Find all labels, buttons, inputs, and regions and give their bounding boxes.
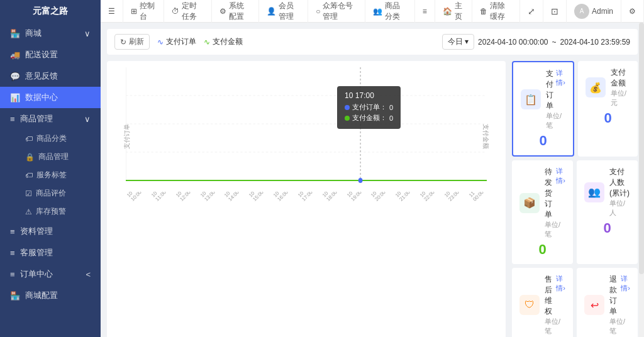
- x-label-0: 10 10:00: [126, 192, 147, 202]
- nav-warehouse[interactable]: ○ 众筹仓号管理: [308, 0, 365, 23]
- sidebar-item-order-center[interactable]: ≡ 订单中心 <: [0, 263, 101, 285]
- stats-row-2: 📦 待发货订单 详情› 单位/笔 0: [512, 160, 638, 264]
- dashboard-icon: ⊞: [131, 7, 137, 16]
- sidebar-item-data-center[interactable]: 📊 数据中心: [0, 87, 101, 108]
- nav-fullscreen[interactable]: ⤢: [520, 0, 543, 23]
- nav-dashboard[interactable]: ⊞ 控制台: [123, 0, 164, 23]
- after-sale-title: 售后维权: [545, 274, 556, 317]
- pending-delivery-detail-link[interactable]: 详情›: [556, 167, 565, 220]
- sidebar-resource-label: 资料管理: [20, 226, 53, 237]
- nav-category[interactable]: 👥 商品分类: [365, 0, 414, 23]
- sidebar-product-category-label: 商品分类: [36, 133, 67, 144]
- sidebar-item-stock-warning[interactable]: ⚠ 库存预警: [20, 202, 101, 221]
- paid-orders-value: 0: [521, 133, 565, 149]
- paid-amount-title: 支付金额: [611, 68, 626, 87]
- nav-grid[interactable]: ≡: [415, 0, 435, 23]
- nav-schedule-label: 定时任务: [182, 1, 204, 22]
- review-icon: ☑: [25, 189, 32, 198]
- x-label-1: 10 11:00: [150, 192, 172, 202]
- stat-card-paid-orders: 📋 支付订单 详情› 单位/笔 0: [512, 61, 574, 157]
- x-label-6: 10 16:00: [272, 192, 294, 202]
- content-area: ↻ 刷新 ∿ 支付订单 ∿ 支付金额 今日 ▾ 2024-04-10 00:00…: [101, 23, 644, 337]
- paid-users-title: 支付人数(累计): [609, 167, 630, 197]
- refresh-icon: ↻: [120, 38, 126, 47]
- paid-users-unit: 单位/人: [609, 199, 630, 218]
- tooltip-time: 10 17:00: [345, 91, 393, 100]
- sidebar-item-product-manage[interactable]: ≡ 商品管理 ∨: [0, 108, 101, 130]
- top-nav-menu: ☰ ⊞ 控制台 ⏱ 定时任务 ⚙ 系统配置 👤 会员管理 ○ 众筹仓号管理 👥 …: [101, 0, 644, 23]
- top-navbar: 元富之路 ☰ ⊞ 控制台 ⏱ 定时任务 ⚙ 系统配置 👤 会员管理 ○ 众筹仓号…: [0, 0, 644, 23]
- refund-unit: 单位/笔: [609, 317, 630, 336]
- x-label-9: 10 19:00: [346, 192, 367, 202]
- stat-title-area-paid-amount: 支付金额 单位/元: [611, 67, 630, 108]
- paid-amount-value: 0: [586, 110, 630, 126]
- paid-amount-icon: 💰: [586, 77, 606, 97]
- admin-label: Admin: [592, 7, 613, 16]
- stat-title-area-paid-users: 支付人数(累计) 单位/人: [609, 167, 630, 218]
- paid-orders-detail-link[interactable]: 详情›: [556, 69, 565, 111]
- nav-sysconfig[interactable]: ⚙ 系统配置: [212, 0, 259, 23]
- today-button[interactable]: 今日 ▾: [442, 34, 474, 50]
- stat-card-pending-delivery: 📦 待发货订单 详情› 单位/笔 0: [512, 160, 573, 264]
- chart-tooltip: 10 17:00 支付订单： 0 支付金额： 0: [337, 86, 401, 129]
- nav-schedule[interactable]: ⏱ 定时任务: [164, 0, 212, 23]
- sidebar-item-product-category[interactable]: 🏷 商品分类: [20, 130, 101, 148]
- sidebar-stock-warning-label: 库存预警: [36, 206, 66, 217]
- nav-members[interactable]: 👤 会员管理: [259, 0, 308, 23]
- nav-home-label: 主页: [455, 1, 464, 22]
- nav-home[interactable]: 🏠 主页: [435, 0, 472, 23]
- pending-delivery-icon: 📦: [519, 193, 540, 213]
- chart-container: 支付订单 支付金额: [107, 61, 506, 337]
- sidebar-item-customer-service[interactable]: ≡ 客服管理: [0, 242, 101, 263]
- nav-expand[interactable]: ⊡: [543, 0, 567, 23]
- date-end: 2024-04-10 23:59:59: [560, 38, 630, 47]
- customer-icon: ≡: [10, 248, 15, 258]
- x-label-4: 10 14:00: [223, 192, 245, 202]
- delivery-sidebar-icon: 🚚: [10, 50, 20, 60]
- category-icon: 👥: [373, 7, 382, 16]
- sidebar-item-delivery[interactable]: 🚚 配送设置: [0, 44, 101, 65]
- nav-sysconfig-label: 系统配置: [229, 1, 251, 22]
- stat-card-after-sale: 🛡 售后维权 详情› 单位/笔 0: [512, 268, 573, 337]
- chevron-right-icon: <: [86, 270, 91, 279]
- main-layout: 🏪 商城 ∨ 🚚 配送设置 💬 意见反馈 📊 数据中心: [0, 23, 644, 337]
- after-sale-detail-link[interactable]: 详情›: [556, 274, 565, 317]
- refund-detail-link[interactable]: 详情›: [621, 274, 630, 317]
- sidebar-item-resource[interactable]: ≡ 资料管理: [0, 221, 101, 242]
- stat-header-paid-users: 👥 支付人数(累计) 单位/人: [584, 167, 630, 218]
- paid-orders-label: 支付订单: [166, 36, 196, 47]
- nav-admin[interactable]: A Admin: [567, 0, 621, 23]
- delete-icon: 🗑: [480, 7, 487, 16]
- settings-icon: ⚙: [629, 7, 636, 16]
- resource-icon: ≡: [10, 227, 15, 236]
- stat-title-area-paid-orders: 支付订单 详情› 单位/笔: [546, 69, 565, 130]
- page-scrollbar[interactable]: [639, 23, 644, 337]
- nav-category-label: 商品分类: [385, 1, 406, 22]
- sidebar-item-shop-config[interactable]: 🏪 商城配置: [0, 285, 101, 306]
- refresh-label: 刷新: [129, 36, 144, 47]
- paid-users-value: 0: [584, 220, 630, 236]
- sidebar-item-product-list[interactable]: 🔒 商品管理: [20, 148, 101, 166]
- sidebar-item-service-tag[interactable]: 🏷 服务标签: [20, 166, 101, 184]
- nav-clear-cache[interactable]: 🗑 清除缓存: [472, 0, 520, 23]
- product-icon: 🔒: [25, 153, 35, 162]
- sidebar-sub-products: 🏷 商品分类 🔒 商品管理 🏷 服务标签 ☑ 商品评价 ⚠ 库存预警: [0, 130, 101, 221]
- tooltip-order-value: 0: [389, 104, 393, 111]
- refresh-button[interactable]: ↻ 刷新: [114, 34, 150, 50]
- stat-card-refund: ↩ 退款订单 详情› 单位/笔 0: [577, 268, 638, 337]
- nav-menu-toggle[interactable]: ☰: [101, 0, 123, 23]
- sidebar-item-product-review[interactable]: ☑ 商品评价: [20, 184, 101, 202]
- avatar: A: [574, 4, 589, 19]
- app-title-text: 元富之路: [33, 6, 68, 17]
- sidebar-shop-config-label: 商城配置: [25, 290, 58, 301]
- x-label-7: 10 17:00: [297, 192, 318, 202]
- sidebar-item-feedback[interactable]: 💬 意见反馈: [0, 65, 101, 87]
- sidebar-item-shop[interactable]: 🏪 商城 ∨: [0, 23, 101, 44]
- stat-header-refund: ↩ 退款订单 详情› 单位/笔: [584, 274, 630, 336]
- nav-settings[interactable]: ⚙: [621, 0, 644, 23]
- stats-column: 📋 支付订单 详情› 单位/笔 0: [512, 61, 638, 337]
- refund-icon: ↩: [584, 295, 604, 315]
- shop-icon: 🏪: [10, 29, 20, 38]
- sidebar-product-list-label: 商品管理: [38, 152, 69, 162]
- today-label: 今日: [448, 37, 463, 46]
